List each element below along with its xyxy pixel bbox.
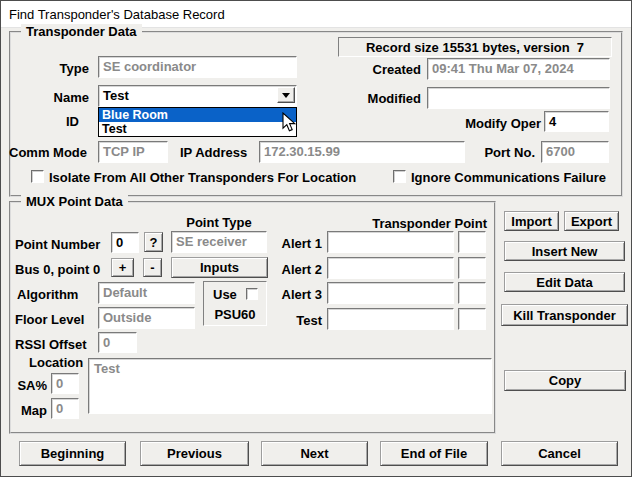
next-button[interactable]: Next <box>261 441 368 466</box>
sa-percent-field[interactable]: 0 <box>51 373 79 394</box>
dropdown-option-blue-room[interactable]: Blue Room <box>99 108 296 122</box>
mux-point-data-group-label: MUX Point Data <box>21 194 128 209</box>
created-field[interactable]: 09:41 Thu Mar 07, 2024 <box>427 58 610 80</box>
name-label: Name <box>41 90 89 105</box>
alert3-label: Alert 3 <box>277 287 322 302</box>
port-no-field[interactable]: 6700 <box>541 141 609 163</box>
location-label: Location <box>29 355 83 370</box>
algorithm-label: Algorithm <box>17 287 78 302</box>
floor-level-field[interactable]: Outside <box>98 307 195 329</box>
point-number-label: Point Number <box>15 237 100 252</box>
test-point-field[interactable] <box>458 308 486 330</box>
alert2-field[interactable] <box>327 257 454 279</box>
alert3-point-field[interactable] <box>458 282 486 304</box>
transponder-data-group-label: Transponder Data <box>21 24 142 39</box>
alert1-label: Alert 1 <box>277 236 322 251</box>
name-combobox-value: Test <box>103 88 129 103</box>
psu60-label: PSU60 <box>204 307 266 322</box>
psu60-panel: Use PSU60 <box>203 281 267 326</box>
type-field[interactable]: SE coordinator <box>98 56 297 78</box>
record-size-box: Record size 15531 bytes, version 7 <box>338 37 612 57</box>
alert2-point-field[interactable] <box>458 257 486 279</box>
ignore-checkbox[interactable] <box>393 170 406 183</box>
point-type-header: Point Type <box>171 215 267 230</box>
comm-mode-label: Comm Mode <box>9 145 87 160</box>
edit-data-button[interactable]: Edit Data <box>504 272 625 292</box>
cancel-button[interactable]: Cancel <box>501 441 618 466</box>
mouse-cursor-icon <box>282 112 297 133</box>
alert1-point-field[interactable] <box>458 231 486 253</box>
map-field[interactable]: 0 <box>51 398 79 419</box>
location-textarea[interactable]: Test <box>88 358 492 414</box>
dialog-window: Find Transponder's Database Record Trans… <box>0 0 632 477</box>
copy-button[interactable]: Copy <box>504 370 626 391</box>
use-label: Use <box>213 287 237 302</box>
use-psu60-checkbox[interactable] <box>246 288 258 300</box>
created-label: Created <box>341 62 421 77</box>
rssi-offset-field[interactable]: 0 <box>98 332 137 353</box>
bus-point-label: Bus 0, point 0 <box>15 262 100 277</box>
inputs-button[interactable]: Inputs <box>171 257 268 278</box>
map-label: Map <box>11 403 47 418</box>
chevron-down-icon <box>282 93 290 98</box>
algorithm-field[interactable]: Default <box>98 282 195 304</box>
ignore-checkbox-label: Ignore Communications Failure <box>411 170 606 185</box>
alert1-field[interactable] <box>327 231 454 253</box>
test-label: Test <box>277 313 322 328</box>
export-button[interactable]: Export <box>564 211 619 231</box>
modify-oper-label: Modify Oper <box>451 116 541 131</box>
beginning-button[interactable]: Beginning <box>19 441 126 466</box>
ip-address-label: IP Address <box>180 145 247 160</box>
name-combobox[interactable]: Test <box>98 85 297 107</box>
port-no-label: Port No. <box>471 145 535 160</box>
previous-button[interactable]: Previous <box>140 441 249 466</box>
point-type-field[interactable]: SE receiver <box>171 231 267 253</box>
name-dropdown-list: Blue Room Test <box>98 107 297 137</box>
bus-increment-button[interactable]: + <box>111 258 134 277</box>
kill-transponder-button[interactable]: Kill Transponder <box>501 304 628 326</box>
import-button[interactable]: Import <box>504 211 559 231</box>
ip-address-field[interactable]: 172.30.15.99 <box>259 141 465 163</box>
point-number-help-button[interactable]: ? <box>144 232 163 252</box>
type-label: Type <box>41 61 89 76</box>
floor-level-label: Floor Level <box>15 312 84 327</box>
rssi-offset-label: RSSI Offset <box>15 337 87 352</box>
comm-mode-field[interactable]: TCP IP <box>98 141 168 163</box>
name-combobox-dropdown-button[interactable] <box>277 87 295 103</box>
end-of-file-button[interactable]: End of File <box>380 441 488 466</box>
dropdown-option-test[interactable]: Test <box>99 122 296 136</box>
test-field[interactable] <box>327 308 454 330</box>
point-number-field[interactable]: 0 <box>111 232 139 253</box>
alert3-field[interactable] <box>327 282 454 304</box>
window-title: Find Transponder's Database Record <box>9 7 225 22</box>
modified-label: Modified <box>341 91 421 106</box>
insert-new-button[interactable]: Insert New <box>504 241 625 261</box>
sa-percent-label: SA% <box>11 378 47 393</box>
id-label: ID <box>51 114 79 129</box>
transponder-point-header: Transponder Point <box>359 216 487 231</box>
modified-field[interactable] <box>427 87 610 109</box>
isolate-checkbox[interactable] <box>31 170 44 183</box>
alert2-label: Alert 2 <box>277 262 322 277</box>
bus-decrement-button[interactable]: - <box>143 258 162 277</box>
modify-oper-field[interactable]: 4 <box>544 111 609 132</box>
isolate-checkbox-label: Isolate From All Other Transponders For … <box>49 170 356 185</box>
